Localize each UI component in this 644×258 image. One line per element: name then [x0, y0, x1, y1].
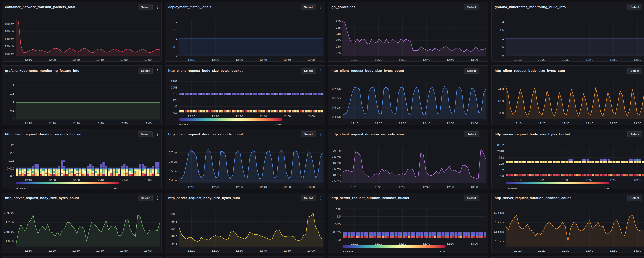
chart-area[interactable]: 60 B56 B52 B48 B44 B12:1012:2012:3012:40… — [165, 199, 325, 252]
kebab-menu-icon[interactable]: ⋮ — [319, 5, 322, 9]
chart-area[interactable]: 21.510.5012:1012:2012:3012:4012:5013:00 — [2, 72, 162, 125]
heatmap-cell — [102, 162, 104, 164]
heatmap-cell — [594, 161, 597, 163]
chart-area[interactable]: +Inf2.50.250.0250.012:1012:2012:3012:401… — [328, 199, 488, 252]
heatmap-cell — [345, 232, 348, 234]
heatmap-cell — [294, 110, 296, 112]
heatmap-cell — [553, 174, 555, 176]
heatmap-cell — [190, 93, 192, 95]
heatmap-cell — [185, 93, 187, 95]
line-chart-canvas[interactable] — [506, 82, 644, 119]
heatmap-cell — [524, 174, 526, 176]
heatmap-canvas[interactable] — [16, 145, 160, 176]
line-chart-canvas[interactable] — [342, 82, 486, 119]
kebab-menu-icon[interactable]: ⋮ — [482, 69, 485, 73]
heatmap-cell — [255, 110, 258, 112]
heatmap-cell — [481, 236, 483, 238]
chart-area[interactable]: 1.75 c/s1.7 c/s1.65 c/s1.6 c/s12:1012:20… — [492, 199, 644, 252]
kebab-menu-icon[interactable]: ⋮ — [319, 196, 322, 200]
line-chart-canvas[interactable] — [506, 19, 644, 56]
chart-area[interactable]: 81922048512128320.012:1012:2012:3012:401… — [165, 72, 325, 125]
chart-area[interactable]: 21.510.5012:1012:2012:3012:4012:5013:00 — [492, 9, 644, 61]
chart-area[interactable]: 1.75 c/s1.7 c/s1.65 c/s1.6 c/s12:1012:20… — [2, 199, 162, 252]
heatmap-cell — [403, 234, 405, 236]
x-axis-label: 12:50 — [610, 58, 617, 61]
heatmap-cell — [516, 161, 518, 163]
line-chart-canvas[interactable] — [342, 146, 486, 183]
chart-area[interactable]: 180 c/s160 c/s140 c/s120 c/s100 c/s12:10… — [2, 9, 162, 61]
heatmap-canvas[interactable] — [506, 145, 644, 176]
chart-area[interactable]: 25024524023523022512:1012:2012:3012:4012… — [328, 9, 488, 61]
kebab-menu-icon[interactable]: ⋮ — [482, 5, 485, 9]
y-axis-label: 225 — [328, 52, 341, 55]
line-chart-canvas[interactable] — [179, 19, 323, 56]
heatmap-cell — [274, 110, 276, 112]
heatmap-cell — [124, 173, 126, 175]
kebab-menu-icon[interactable]: ⋮ — [156, 196, 159, 200]
chart-area[interactable]: 24 B16 B8 B12:1012:2012:3012:4012:5013:0… — [492, 72, 644, 125]
heatmap-cell — [410, 232, 413, 234]
y-axis-label: 2.5 — [2, 152, 14, 155]
heatmap-cell — [534, 161, 537, 163]
heatmap-cell — [631, 174, 634, 176]
heatmap-cell — [34, 169, 37, 171]
kebab-menu-icon[interactable]: ⋮ — [319, 133, 322, 136]
y-axis-label: 32 — [165, 105, 178, 108]
heatmap-cell — [34, 174, 37, 176]
kebab-menu-icon[interactable]: ⋮ — [482, 133, 485, 136]
series-line — [16, 20, 160, 53]
chart-area[interactable]: 0.7 c/s0.6 c/s0.5 c/s0.4 c/s12:1012:2012… — [165, 136, 325, 189]
line-chart-canvas[interactable] — [16, 210, 160, 246]
heatmap-cell — [100, 174, 102, 176]
x-axis-label: 12:10 — [188, 249, 195, 252]
heatmap-cell — [450, 236, 452, 238]
kebab-menu-icon[interactable]: ⋮ — [319, 69, 322, 73]
heatmap-cell — [87, 168, 89, 170]
heatmap-cell — [348, 234, 350, 236]
heatmap-cell — [63, 166, 66, 168]
heatmap-cell — [305, 110, 307, 112]
heatmap-cell — [218, 110, 221, 112]
y-axis-label: 12.5 ms — [328, 168, 341, 171]
heatmap-cell — [105, 174, 107, 176]
heatmap-cell — [471, 232, 473, 234]
line-chart-canvas[interactable] — [179, 146, 323, 183]
heatmap-canvas[interactable] — [342, 209, 486, 240]
heatmap-cell — [60, 173, 63, 175]
heatmap-cell — [185, 110, 187, 112]
kebab-menu-icon[interactable]: ⋮ — [156, 69, 159, 73]
heatmap-cell — [345, 236, 348, 238]
heatmap-cell — [102, 171, 104, 173]
y-axis-label: 8 B — [492, 112, 504, 115]
heatmap-cell — [600, 161, 602, 163]
heatmap-cell — [266, 93, 268, 95]
heatmap-cell — [636, 161, 639, 163]
heatmap-cell — [310, 110, 312, 112]
heatmap-cell — [432, 232, 434, 234]
chart-area[interactable]: 20 ms17.5 ms15 ms12.5 ms10 ms7.5 ms12:10… — [328, 136, 488, 189]
heatmap-canvas[interactable] — [179, 81, 323, 113]
heatmap-cell — [40, 173, 42, 175]
chart-area[interactable]: +Inf2.50.250.0250.012:1012:2012:3012:401… — [2, 136, 162, 189]
kebab-menu-icon[interactable]: ⋮ — [156, 5, 159, 9]
line-chart-canvas[interactable] — [506, 210, 644, 246]
line-chart-canvas[interactable] — [342, 19, 486, 56]
x-axis-label: 12:10 — [514, 58, 522, 61]
chart-area[interactable]: 21.510.5012:1012:2012:3012:4012:5013:00 — [165, 9, 325, 61]
line-chart-canvas[interactable] — [16, 82, 160, 119]
heatmap-cell — [602, 161, 605, 163]
heatmap-cell — [468, 234, 470, 236]
heatmap-cell — [95, 174, 97, 176]
kebab-menu-icon[interactable]: ⋮ — [482, 196, 485, 200]
heatmap-cell — [621, 174, 623, 176]
heatmap-cell — [421, 232, 423, 234]
heatmap-cell — [60, 166, 63, 168]
chart-area[interactable]: 81922048512128320.012:1012:2012:3012:401… — [492, 136, 644, 189]
kebab-menu-icon[interactable]: ⋮ — [156, 133, 159, 136]
heatmap-cell — [284, 110, 286, 112]
heatmap-cell — [147, 173, 149, 175]
y-axis-label: 1.7 c/s — [2, 221, 14, 224]
line-chart-canvas[interactable] — [179, 210, 323, 246]
line-chart-canvas[interactable] — [16, 19, 160, 56]
chart-area[interactable]: 0.7 c/s0.6 c/s0.5 c/s0.4 c/s12:1012:2012… — [328, 72, 488, 125]
